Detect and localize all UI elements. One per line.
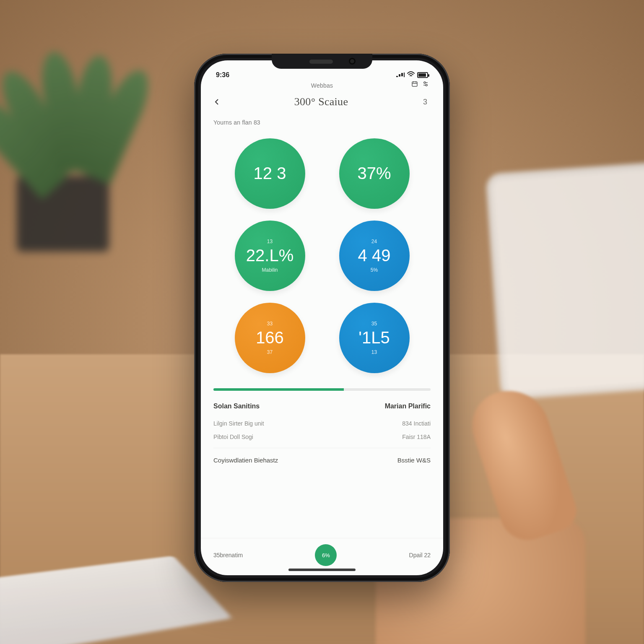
tune-icon[interactable]: [422, 80, 429, 88]
metric-circle-3[interactable]: 244 495%: [339, 221, 410, 291]
background-tablet: [486, 162, 644, 400]
page-title: 300° Scaiue: [294, 96, 348, 108]
back-button[interactable]: [212, 96, 223, 107]
list-left-header: Solan Sanitins: [213, 402, 260, 410]
metric-grid: 12 3 37% 1322.L%Mabilin 244 495% 3316637…: [201, 129, 443, 381]
summary-list: Solan Sanitins Marian Plarific Lilgin Si…: [201, 393, 443, 470]
phone-frame: 9:36 Webbas: [194, 54, 450, 582]
home-indicator[interactable]: [288, 569, 356, 571]
svg-rect-0: [412, 82, 417, 86]
svg-point-2: [426, 84, 427, 86]
list-item[interactable]: Pibtoi Doll Sogi Faisr 118A: [213, 430, 431, 444]
svg-point-1: [424, 82, 426, 83]
list-item[interactable]: Coyiswdlatien Biehastz Bsstie W&S: [213, 453, 431, 467]
subtitle: Yourns an flan 83: [201, 112, 443, 129]
metric-circle-5[interactable]: 35'1L513: [339, 303, 410, 373]
progress-bar[interactable]: [201, 381, 443, 393]
metric-circle-4[interactable]: 3316637: [235, 303, 305, 373]
phone-screen: 9:36 Webbas: [201, 60, 443, 575]
metric-circle-1[interactable]: 37%: [339, 138, 410, 209]
calendar-icon[interactable]: [411, 80, 418, 88]
phone-notch: [272, 54, 372, 69]
super-header: Webbas: [201, 80, 443, 91]
super-label: Webbas: [311, 82, 333, 89]
list-item[interactable]: Lilgin Sirter Big unit 834 Inctiati: [213, 417, 431, 430]
nav-center-button[interactable]: 6%: [315, 544, 337, 566]
status-time: 9:36: [216, 71, 229, 79]
metric-circle-0[interactable]: 12 3: [235, 138, 305, 209]
metric-circle-2[interactable]: 1322.L%Mabilin: [235, 221, 305, 291]
background-plant: [0, 34, 151, 243]
wifi-icon: [407, 71, 415, 79]
list-separator: [213, 448, 431, 448]
nav-right[interactable]: Dpail 22: [409, 552, 431, 558]
progress-track: [213, 388, 431, 391]
list-right-header: Marian Plarific: [385, 402, 431, 410]
signal-icon: [396, 72, 405, 78]
nav-left[interactable]: 35brenatim: [213, 552, 243, 558]
battery-icon: [417, 72, 428, 78]
title-right-glyph[interactable]: 3: [420, 98, 431, 106]
